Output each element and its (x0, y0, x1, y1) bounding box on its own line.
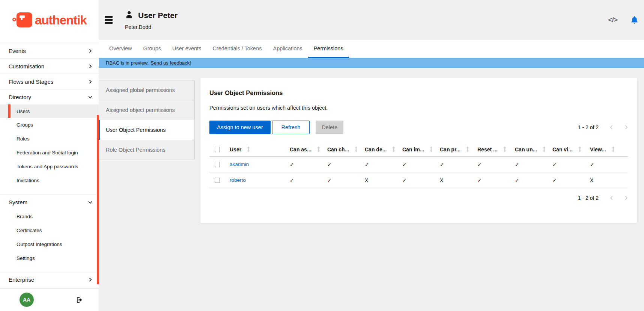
sidebar-item-enterprise[interactable]: Enterprise (0, 272, 99, 287)
user-avatar[interactable]: AA (20, 293, 34, 307)
sidebar-item-system[interactable]: System (0, 194, 99, 210)
sidebar-item-users[interactable]: Users (0, 104, 99, 118)
chevron-right-icon (88, 277, 93, 282)
page-title-block: User Peter Peter.Dodd (125, 10, 178, 30)
tab-applications[interactable]: Applications (267, 40, 308, 58)
sort-icon[interactable] (392, 146, 396, 152)
topbar: User Peter Peter.Dodd </> (99, 0, 644, 40)
tab-bar: Overview Groups User events Credentials … (99, 40, 644, 58)
table-row: akadmin ✓ ✓ ✓ ✓ ✓ ✓ ✓ ✓ ✓ (209, 157, 628, 172)
refresh-button[interactable]: Refresh (272, 121, 310, 134)
card-description: Permissions set on users which affect th… (209, 105, 628, 111)
topbar-actions: </> (608, 15, 639, 24)
sort-icon[interactable] (466, 146, 469, 152)
sidebar-item-certificates[interactable]: Certificates (0, 223, 99, 237)
sidebar-item-events[interactable]: Events (0, 43, 99, 58)
pagination-bottom: 1 - 2 of 2 (209, 195, 628, 201)
sort-icon[interactable] (542, 146, 546, 152)
user-link[interactable]: akadmin (230, 162, 290, 167)
toolbar: Assign to new user Refresh Delete 1 - 2 … (209, 121, 628, 134)
sidebar-scrollbar-thumb[interactable] (97, 115, 99, 284)
perm-cell: ✓ (290, 177, 327, 183)
sort-icon[interactable] (247, 146, 250, 152)
logo-area: authentik (0, 0, 99, 40)
row-checkbox[interactable] (215, 162, 220, 167)
directory-children: Users Groups Roles Federation and Social… (0, 104, 99, 194)
assign-to-new-user-button[interactable]: Assign to new user (209, 121, 271, 134)
perm-cell: ✓ (552, 177, 590, 183)
pagination-label: 1 - 2 of 2 (578, 195, 599, 201)
pagination-prev-icon[interactable] (610, 125, 613, 130)
tab-overview[interactable]: Overview (104, 40, 137, 58)
hamburger-menu-icon[interactable] (105, 16, 113, 24)
tab-groups[interactable]: Groups (137, 40, 167, 58)
vtab-assigned-object-permissions[interactable]: Assigned object permissions (99, 100, 194, 120)
vtab-role-object-permissions[interactable]: Role Object Permissions (99, 140, 194, 160)
row-checkbox[interactable] (215, 178, 220, 183)
main-area: User Peter Peter.Dodd </> Overview Group… (99, 0, 644, 311)
chevron-right-icon (88, 64, 93, 69)
perm-cell: ✓ (440, 162, 477, 168)
perm-cell: ✓ (590, 162, 627, 168)
delete-button[interactable]: Delete (316, 121, 343, 134)
perm-cell: ✓ (327, 177, 365, 183)
perm-cell: X (590, 177, 627, 183)
sidebar-item-groups[interactable]: Groups (0, 118, 99, 132)
sidebar-item-tokens[interactable]: Tokens and App passwords (0, 160, 99, 174)
user-object-permissions-card: User Object Permissions Permissions set … (200, 78, 637, 223)
banner-text: RBAC is in preview. (106, 60, 149, 66)
sort-icon[interactable] (503, 146, 507, 152)
perm-cell: ✓ (477, 162, 515, 168)
page-subtitle: Peter.Dodd (125, 24, 178, 30)
vtab-assigned-global-permissions[interactable]: Assigned global permissions (99, 80, 194, 100)
sidebar-item-customisation[interactable]: Customisation (0, 58, 99, 74)
perm-cell: ✓ (515, 177, 552, 183)
sidebar-item-federation[interactable]: Federation and Social login (0, 146, 99, 160)
pagination-next-icon[interactable] (624, 125, 628, 130)
page-title: User Peter (138, 11, 178, 20)
sort-icon[interactable] (611, 146, 615, 152)
sidebar-item-invitations[interactable]: Invitations (0, 174, 99, 187)
sidebar-item-settings[interactable]: Settings (0, 251, 99, 265)
sort-icon[interactable] (317, 146, 320, 152)
sidebar-item-directory[interactable]: Directory (0, 89, 99, 104)
select-all-checkbox[interactable] (215, 147, 220, 152)
notifications-bell-icon[interactable] (630, 15, 639, 24)
api-code-icon[interactable]: </> (608, 16, 617, 24)
perm-cell: ✓ (290, 162, 327, 168)
card-title: User Object Permissions (209, 89, 628, 97)
tab-credentials-tokens[interactable]: Credentials / Tokens (207, 40, 267, 58)
sort-icon[interactable] (578, 146, 582, 152)
chevron-right-icon (88, 79, 93, 84)
vtab-user-object-permissions[interactable]: User Object Permissions (99, 120, 194, 140)
table-row: roberto ✓ ✓ X ✓ X ✓ ✓ ✓ X (209, 172, 628, 188)
sidebar-nav: Events Customisation Flows and Stages Di… (0, 43, 99, 287)
rbac-preview-banner: RBAC is in preview. Send us feedback! (99, 58, 644, 68)
sidebar-item-outpost-integrations[interactable]: Outpost Integrations (0, 237, 99, 251)
authentik-logo-text: authentik (35, 13, 87, 27)
perm-cell: ✓ (402, 177, 440, 183)
tab-user-events[interactable]: User events (167, 40, 207, 58)
user-link[interactable]: roberto (230, 177, 290, 183)
sidebar-item-flows-and-stages[interactable]: Flows and Stages (0, 74, 99, 89)
logout-icon[interactable] (76, 296, 83, 303)
chevron-right-icon (88, 48, 93, 53)
pagination-label: 1 - 2 of 2 (578, 124, 599, 130)
pagination-top: 1 - 2 of 2 (578, 124, 628, 130)
pagination-prev-icon[interactable] (610, 195, 613, 201)
perm-cell: ✓ (402, 162, 440, 168)
pagination-next-icon[interactable] (624, 195, 628, 201)
sidebar-item-brands[interactable]: Brands (0, 210, 99, 223)
sort-icon[interactable] (354, 146, 358, 152)
permission-tab-list: Assigned global permissions Assigned obj… (99, 80, 195, 160)
tab-permissions[interactable]: Permissions (308, 40, 349, 58)
perm-cell: ✓ (365, 162, 402, 168)
sidebar: authentik Events Customisation Flows and… (0, 0, 99, 311)
feedback-link[interactable]: Send us feedback! (150, 60, 191, 66)
chevron-down-icon (88, 95, 93, 100)
sort-icon[interactable] (429, 146, 433, 152)
sidebar-item-roles[interactable]: Roles (0, 132, 99, 146)
authentik-logo[interactable]: authentik (12, 12, 87, 28)
chevron-down-icon (88, 200, 93, 205)
app-root: authentik Events Customisation Flows and… (0, 0, 644, 311)
